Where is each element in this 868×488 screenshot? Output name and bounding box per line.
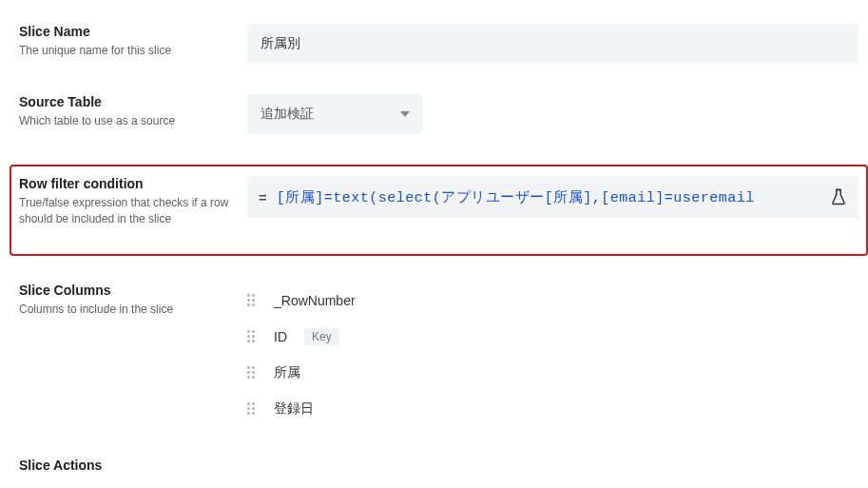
- row-filter-input[interactable]: = [所属]=text(select(アプリユーザー[所属],[email]=u…: [247, 176, 858, 218]
- slice-actions-label: Slice Actions: [19, 458, 247, 477]
- slice-columns-control: _RowNumberIDKey所属登録日: [247, 283, 858, 427]
- column-name: 所属: [274, 364, 300, 381]
- row-filter-formula: [所属]=text(select(アプリユーザー[所属],[email]=use…: [277, 188, 822, 206]
- drag-handle-icon[interactable]: [247, 402, 260, 416]
- slice-columns-desc: Columns to include in the slice: [19, 302, 232, 318]
- row-filter-label: Row filter condition True/false expressi…: [19, 176, 247, 227]
- source-table-value: 追加検証: [260, 106, 314, 123]
- row-filter-control: = [所属]=text(select(アプリユーザー[所属],[email]=u…: [247, 176, 858, 218]
- slice-actions-title: Slice Actions: [19, 458, 232, 473]
- slice-columns-title: Slice Columns: [19, 283, 232, 298]
- column-item[interactable]: IDKey: [247, 319, 858, 355]
- column-item[interactable]: 登録日: [247, 391, 858, 427]
- equals-icon: =: [259, 189, 267, 205]
- drag-handle-icon[interactable]: [247, 294, 260, 307]
- row-filter-title: Row filter condition: [19, 176, 232, 191]
- flask-icon[interactable]: [830, 188, 847, 205]
- source-table-control: 追加検証: [247, 94, 858, 134]
- source-table-label: Source Table Which table to use as a sou…: [19, 94, 247, 129]
- column-name: ID: [274, 329, 287, 344]
- slice-name-desc: The unique name for this slice: [19, 43, 232, 59]
- column-item[interactable]: 所属: [247, 355, 858, 391]
- slice-name-input[interactable]: 所属別: [247, 24, 858, 64]
- chevron-down-icon: [400, 111, 410, 117]
- slice-name-title: Slice Name: [19, 24, 232, 39]
- slice-columns-label: Slice Columns Columns to include in the …: [19, 283, 247, 318]
- drag-handle-icon[interactable]: [247, 366, 260, 380]
- slice-actions-row: Slice Actions: [19, 458, 858, 477]
- source-table-title: Source Table: [19, 94, 232, 109]
- slice-name-label: Slice Name The unique name for this slic…: [19, 24, 247, 59]
- source-table-desc: Which table to use as a source: [19, 113, 232, 129]
- slice-name-value: 所属別: [260, 35, 300, 52]
- column-name: 登録日: [274, 400, 314, 418]
- slice-name-row: Slice Name The unique name for this slic…: [19, 24, 858, 64]
- slice-name-control: 所属別: [247, 24, 858, 64]
- drag-handle-icon[interactable]: [247, 330, 260, 343]
- source-table-row: Source Table Which table to use as a sou…: [19, 94, 858, 134]
- key-badge: Key: [304, 328, 339, 345]
- row-filter-desc: True/false expression that checks if a r…: [19, 195, 232, 227]
- slice-columns-row: Slice Columns Columns to include in the …: [19, 283, 858, 427]
- column-name: _RowNumber: [274, 293, 356, 308]
- source-table-select[interactable]: 追加検証: [247, 94, 423, 134]
- slice-columns-list: _RowNumberIDKey所属登録日: [247, 283, 858, 427]
- column-item[interactable]: _RowNumber: [247, 283, 858, 319]
- row-filter-row: Row filter condition True/false expressi…: [10, 165, 868, 256]
